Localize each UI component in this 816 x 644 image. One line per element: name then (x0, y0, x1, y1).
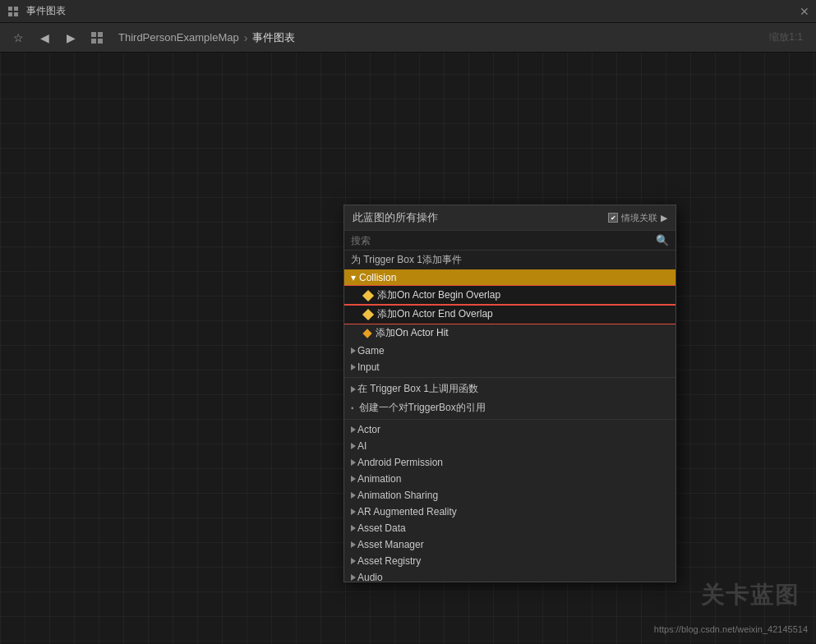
category-label: Input (357, 361, 380, 373)
forward-button[interactable]: ▶ (59, 26, 82, 49)
grid-icon (85, 26, 108, 49)
animation-sharing-category[interactable]: Animation Sharing (344, 487, 675, 504)
asset-data-category[interactable]: Asset Data (344, 520, 675, 536)
leaf-label: 添加On Actor Begin Overlap (377, 288, 500, 302)
svg-rect-1 (14, 7, 18, 11)
breadcrumb-current: 事件图表 (252, 30, 295, 45)
arrow-right-icon (351, 525, 356, 531)
category-label: Collision (359, 272, 396, 283)
arrow-right-icon (351, 476, 356, 482)
collapse-arrow-down: ▾ (351, 272, 356, 283)
context-arrow: ▶ (661, 213, 667, 223)
svg-rect-7 (98, 39, 103, 44)
search-bar[interactable]: 🔍 (344, 231, 675, 251)
leaf-label: 添加On Actor Hit (376, 326, 449, 340)
category-label: Asset Registry (357, 555, 421, 567)
arrow-right-icon (351, 558, 356, 564)
arrow-right-icon (351, 386, 356, 393)
add-begin-overlap-item[interactable]: 添加On Actor Begin Overlap (344, 286, 675, 305)
title-bar: 事件图表 ✕ (0, 0, 816, 23)
arrow-right-icon (351, 492, 356, 499)
create-reference-item[interactable]: ▪ 创建一个对TriggerBox的引用 (344, 398, 675, 417)
context-label: 情境关联 (621, 212, 657, 224)
add-actor-hit-item[interactable]: 添加On Actor Hit (344, 324, 675, 343)
window-title: 事件图表 (26, 4, 793, 18)
diamond-icon (362, 289, 374, 301)
diamond-icon (362, 308, 374, 320)
panel-header: 此蓝图的所有操作 ✔ 情境关联 ▶ (344, 205, 675, 231)
add-event-label: 为 Trigger Box 1添加事件 (344, 251, 675, 269)
search-input[interactable] (351, 235, 656, 246)
audio-category[interactable]: Audio (344, 569, 675, 582)
arrow-right-icon (351, 364, 356, 370)
window-icon (5, 3, 21, 20)
arrow-right-icon (351, 347, 356, 354)
ai-category[interactable]: AI (344, 438, 675, 454)
toolbar: ☆ ◀ ▶ ThirdPersonExampleMap › 事件图表 缩放1:1 (0, 23, 816, 53)
animation-category[interactable]: Animation (344, 471, 675, 487)
search-icon: 🔍 (656, 234, 669, 246)
star-button[interactable]: ☆ (7, 26, 30, 49)
category-label: AR Augmented Reality (357, 506, 457, 518)
category-label: Asset Data (357, 522, 406, 534)
close-button[interactable]: ✕ (793, 0, 816, 23)
call-functions-item[interactable]: 在 Trigger Box 1上调用函数 (344, 380, 675, 398)
input-category[interactable]: Input (344, 359, 675, 375)
add-end-overlap-item[interactable]: 添加On Actor End Overlap (344, 305, 675, 324)
category-label: Asset Manager (357, 539, 424, 550)
section-label: 创建一个对TriggerBox的引用 (359, 401, 486, 415)
divider-2 (344, 419, 675, 420)
action-panel: 此蓝图的所有操作 ✔ 情境关联 ▶ 🔍 为 Trigger Box 1添加事件 … (343, 205, 676, 582)
arrow-right-icon (351, 541, 356, 548)
back-button[interactable]: ◀ (33, 26, 56, 49)
svg-rect-5 (98, 32, 103, 37)
svg-rect-2 (8, 12, 12, 16)
svg-rect-3 (14, 12, 18, 16)
actor-category[interactable]: Actor (344, 421, 675, 438)
panel-context[interactable]: ✔ 情境关联 ▶ (608, 212, 667, 224)
svg-rect-6 (91, 39, 96, 44)
context-checkbox[interactable]: ✔ (608, 213, 618, 223)
breadcrumb-separator: › (244, 31, 248, 44)
ref-icon: ▪ (351, 403, 354, 412)
arrow-right-icon (351, 459, 356, 466)
leaf-label: 添加On Actor End Overlap (377, 307, 493, 321)
asset-registry-category[interactable]: Asset Registry (344, 553, 675, 569)
category-label: Android Permission (357, 457, 443, 468)
arrow-right-icon (351, 508, 356, 515)
diamond-icon (362, 329, 371, 338)
arrow-right-icon (351, 426, 356, 433)
asset-manager-category[interactable]: Asset Manager (344, 536, 675, 553)
category-label: Animation (357, 473, 401, 485)
category-label: AI (357, 440, 367, 452)
category-label: Game (357, 345, 385, 356)
svg-rect-4 (91, 32, 96, 37)
panel-title: 此蓝图的所有操作 (353, 210, 438, 225)
zoom-label: 缩放1:1 (769, 30, 803, 44)
game-category[interactable]: Game Game (344, 343, 675, 359)
category-label: Animation Sharing (357, 490, 438, 501)
category-label: Audio (357, 572, 383, 582)
canvas-area: 此蓝图的所有操作 ✔ 情境关联 ▶ 🔍 为 Trigger Box 1添加事件 … (0, 53, 816, 644)
category-label: Actor (357, 424, 380, 435)
divider (344, 377, 675, 378)
collision-category[interactable]: ▾ Collision (344, 269, 675, 286)
breadcrumb-map[interactable]: ThirdPersonExampleMap (118, 31, 239, 44)
arrow-right-icon (351, 443, 356, 449)
android-permission-category[interactable]: Android Permission (344, 454, 675, 471)
ar-augmented-reality-category[interactable]: AR Augmented Reality (344, 504, 675, 520)
tree-list[interactable]: ▾ Collision 添加On Actor Begin Overlap 添加O… (344, 269, 675, 582)
breadcrumb: ThirdPersonExampleMap › 事件图表 (118, 30, 295, 45)
arrow-right-icon (351, 574, 356, 581)
section-label: 在 Trigger Box 1上调用函数 (357, 382, 478, 396)
svg-rect-0 (8, 7, 12, 11)
